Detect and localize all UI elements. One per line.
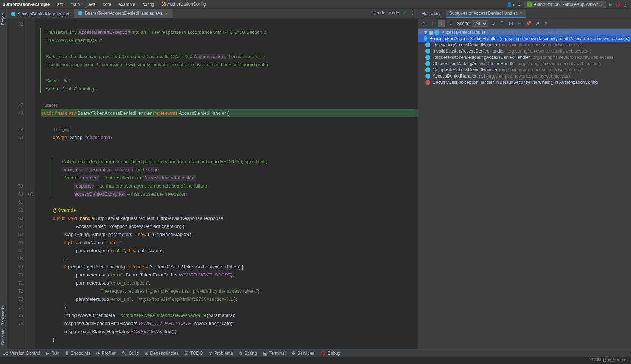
expand-icon[interactable]: ⊞ [507,20,514,27]
watermark: CSDN @天玺-vains [588,357,627,363]
hierarchy-toolbar: ⌂ ↑ ↓ ⇅ Scope: All ↻ ⤒ ⊞ ⊟ 📌 ↗ ✕ [418,19,631,28]
hierarchy-node[interactable]: DelegatingAccessDeniedHandler(org.spring… [418,42,631,48]
hierarchy-tab[interactable]: Subtypes of AccessDeniedHandler ✕ [446,10,526,18]
bottom-debug[interactable]: 🐞Debug [320,351,340,356]
bottom-build[interactable]: 🔨Build [121,351,139,356]
supertypes-icon[interactable]: ↑ [429,20,436,27]
project-toolwindow-tab[interactable]: Project [0,11,6,26]
bottom-version-control[interactable]: ⎇Version Control [3,351,40,356]
autoscroll-icon[interactable]: ⤒ [498,20,506,27]
bottom-run[interactable]: ▶Run [46,351,59,356]
crumb-6[interactable]: config [142,2,154,7]
crumb-0[interactable]: authorization-example [3,2,50,7]
bottom-profiler[interactable]: ◔Profiler [96,351,116,356]
bottom-services[interactable]: ⚙Services [291,351,314,356]
usages-hint[interactable]: 3 usages [53,127,69,132]
crumb-4[interactable]: com [103,2,111,7]
hierarchy-title: Hierarchy: [422,11,442,16]
gutter: 3247484950596061626364656667686970717273… [7,19,26,349]
user-icon[interactable]: 👤▾ [507,2,514,7]
bottom-problems[interactable]: ⊘Problems [209,351,233,356]
tab-bearertokenaccessdeniedhandler[interactable]: BearerTokenAccessDeniedHandler.java ✕ [74,9,172,18]
tab-label: BearerTokenAccessDeniedHandler.java [85,11,162,16]
collapse-icon[interactable]: ⊟ [516,20,523,27]
bottom-terminal[interactable]: ▣Terminal [263,351,286,356]
chevron-down-icon: ▾ [600,2,603,7]
top-nav: authorization-example〉 src〉 main〉 java〉 … [0,0,631,9]
more-actions-icon[interactable]: ⋮ [624,2,628,7]
hierarchy-node[interactable]: CompositeAccessDeniedHandler(org.springf… [418,67,631,73]
hierarchy-node[interactable]: AccessDeniedHandlerImpl(org.springframew… [418,73,631,79]
structure-toolwindow-tab[interactable]: Structure [0,327,6,346]
usages-hint[interactable]: 4 usages [41,103,58,107]
crumb-2[interactable]: main [70,2,80,7]
hierarchy-tree: ▾✱ ⬤ AccessDeniedHandler(org.springframe… [418,28,631,349]
crumb-7[interactable]: ⓒ AuthorizationConfig [162,1,206,7]
gutter-icons: ●@ [26,19,35,349]
java-file-icon [11,12,15,16]
breadcrumb: authorization-example〉 src〉 main〉 java〉 … [3,1,507,7]
hierarchy-node[interactable]: RequestMatcherDelegatingAccessDeniedHand… [418,54,631,60]
bottom-todo[interactable]: ☑TODO [184,351,203,356]
run-config-selector[interactable]: AuthorizationExampleApplication ▾ [524,1,606,8]
scope-label: Scope: [457,21,471,26]
pin-icon[interactable]: 📌 [525,20,532,27]
hierarchy-node[interactable]: SecurityUtils::exceptionHandler in defau… [418,79,631,85]
bottom-dependencies[interactable]: ⊞Dependencies [145,351,178,356]
sync-icon[interactable]: ↺ [517,2,521,7]
hierarchy-node[interactable]: InvalidSessionAccessDeniedHandler(org.sp… [418,48,631,54]
tab-label: AccessDeniedHandler.java [18,11,70,17]
hierarchy-node[interactable]: ObservationMarkingAccessDeniedHandler(or… [418,60,631,67]
hierarchy-node[interactable]: BearerTokenAccessDeniedHandler(org.sprin… [418,35,631,42]
top-right-controls: 👤▾ ↺ AuthorizationExampleApplication ▾ ▶… [507,1,628,8]
crumb-1[interactable]: src [57,2,63,7]
debug-button[interactable]: 🐞 [615,2,621,7]
tab-accessdeniedhandler[interactable]: AccessDeniedHandler.java [7,10,74,18]
run-button[interactable]: ▶ [609,2,612,7]
left-tool-strip: Project Bookmarks Structure [0,9,7,349]
bookmarks-toolwindow-tab[interactable]: Bookmarks [0,304,6,327]
tabs-overflow-icon[interactable]: ⋮ [410,10,415,15]
export-icon[interactable]: ↗ [533,20,541,27]
close-icon[interactable]: ✕ [165,11,168,16]
editor: 3247484950596061626364656667686970717273… [7,19,418,349]
reader-mode-label[interactable]: Reader Mode [372,10,399,15]
bottom-endpoints[interactable]: ⇵Endpoints [65,351,90,356]
crumb-3[interactable]: java [87,2,95,7]
refresh-icon[interactable]: ↻ [489,20,497,27]
hierarchy-node[interactable]: ▾✱ ⬤ AccessDeniedHandler(org.springframe… [418,29,631,35]
reader-mode-check-icon[interactable]: ✔ [403,10,407,15]
hierarchy-tab-label: Subtypes of AccessDeniedHandler [449,11,517,16]
java-file-icon [78,11,82,15]
class-hierarchy-icon[interactable]: ⌂ [420,20,428,27]
bottom-toolbar: ⎇Version Control▶Run⇵Endpoints◔Profiler🔨… [0,349,631,357]
run-config-label: AuthorizationExampleApplication [534,2,598,7]
code-area[interactable]: Translates any AccessDeniedException int… [35,19,418,349]
editor-tabs: AccessDeniedHandler.java BearerTokenAcce… [7,9,418,19]
scope-select[interactable]: All [472,20,488,27]
close-icon[interactable]: ✕ [519,11,523,16]
sort-icon[interactable]: ⇅ [447,20,454,27]
subtypes-icon[interactable]: ↓ [438,20,445,27]
bottom-spring[interactable]: ✿Spring [239,351,257,356]
hierarchy-panel: Hierarchy: Subtypes of AccessDeniedHandl… [418,9,631,349]
crumb-5[interactable]: example [118,2,135,7]
close-panel-icon[interactable]: ✕ [542,20,550,27]
